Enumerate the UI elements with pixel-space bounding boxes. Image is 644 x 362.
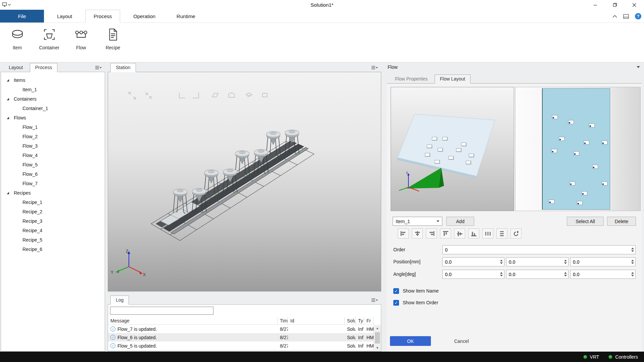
flow-3d-preview[interactable]: Z — [391, 87, 514, 211]
flow-item-marker[interactable] — [568, 120, 574, 124]
flow-item-marker[interactable] — [592, 165, 598, 169]
tree-item-recipes[interactable]: Recipes — [1, 188, 105, 198]
angle-y-input[interactable] — [506, 270, 568, 279]
tree-item-flow_3[interactable]: Flow_3 — [1, 141, 105, 151]
minimize-button[interactable] — [586, 0, 605, 10]
tab-file[interactable]: File — [0, 10, 44, 22]
flow-item-marker[interactable] — [589, 123, 595, 127]
flow-item-marker[interactable] — [466, 161, 471, 164]
container-button[interactable]: Container — [33, 23, 65, 62]
flow-item-marker[interactable] — [582, 191, 587, 195]
expander-icon[interactable] — [7, 192, 9, 194]
flow-item-marker[interactable] — [448, 156, 453, 159]
flow-item-marker[interactable] — [427, 145, 432, 148]
tab-process-tree[interactable]: Process — [30, 63, 58, 72]
flow-item-marker[interactable] — [435, 160, 440, 163]
flow-item-marker[interactable] — [584, 141, 589, 145]
log-column-header[interactable]: Solu — [345, 317, 356, 324]
spinner-icon[interactable] — [499, 270, 503, 278]
flow-item-marker[interactable] — [551, 149, 557, 153]
flow-button[interactable]: Flow — [65, 23, 97, 62]
tree-item-recipe_4[interactable]: Recipe_4 — [1, 226, 105, 235]
log-row[interactable]: iFlow_5 is updated.8/27SoluInfHM — [108, 342, 374, 350]
viewport-toolbar-icons[interactable] — [129, 92, 267, 99]
checkbox-show-item-order[interactable] — [393, 300, 399, 306]
tree-item-recipe_5[interactable]: Recipe_5 — [1, 235, 105, 245]
tree-item-containers[interactable]: Containers — [1, 94, 105, 104]
log-scrollbar[interactable]: ▲ ▼ — [374, 325, 381, 351]
tree-item-recipe_1[interactable]: Recipe_1 — [1, 198, 105, 207]
flow-item-marker[interactable] — [602, 182, 607, 186]
position-x-input[interactable] — [442, 257, 504, 266]
tree-item-flow_1[interactable]: Flow_1 — [1, 122, 105, 132]
flow-item-marker[interactable] — [425, 153, 430, 156]
close-button[interactable] — [625, 0, 644, 10]
flow-2d-preview[interactable] — [515, 87, 641, 211]
log-row[interactable]: iFlow_4 is updated.8/27SoluInfHM — [108, 350, 374, 351]
recipe-button[interactable]: Recipe — [97, 23, 129, 62]
scroll-down-icon[interactable]: ▼ — [374, 345, 381, 351]
flow-item-marker[interactable] — [442, 137, 447, 140]
tree-item-flow_6[interactable]: Flow_6 — [1, 169, 105, 179]
select-all-button[interactable]: Select All — [567, 217, 604, 226]
tool-rotate-90-button[interactable] — [510, 228, 522, 239]
tree-item-recipe_2[interactable]: Recipe_2 — [1, 207, 105, 216]
help-icon[interactable]: ? — [635, 13, 641, 19]
flow-item-marker[interactable] — [569, 182, 575, 186]
tree-item-recipe_3[interactable]: Recipe_3 — [1, 216, 105, 226]
position-z-input[interactable] — [570, 257, 636, 266]
tree-item-container_1[interactable]: Container_1 — [1, 104, 105, 113]
log-filter-input[interactable] — [110, 307, 213, 315]
flow-item-marker[interactable] — [602, 141, 607, 145]
tool-align-right-button[interactable] — [426, 228, 437, 239]
spinner-icon[interactable] — [630, 246, 635, 254]
log-column-header[interactable]: Tim — [278, 317, 288, 324]
tool-align-left-button[interactable] — [398, 228, 409, 239]
panel-layout-icon[interactable] — [623, 14, 629, 19]
tree-item-flow_4[interactable]: Flow_4 — [1, 151, 105, 160]
expander-icon[interactable] — [7, 117, 9, 119]
tab-log[interactable]: Log — [110, 296, 129, 305]
ok-button[interactable]: OK — [390, 336, 431, 346]
flow-item-marker[interactable] — [438, 148, 443, 151]
tree-item-recipe_6[interactable]: Recipe_6 — [1, 245, 105, 254]
tool-align-top-button[interactable] — [440, 228, 451, 239]
flow-item-marker[interactable] — [461, 143, 466, 146]
chevron-down-icon[interactable] — [637, 66, 640, 68]
tree-item-flow_2[interactable]: Flow_2 — [1, 132, 105, 141]
log-row[interactable]: iFlow_6 is updated.8/27SoluInfHM — [108, 333, 374, 342]
flow-item-marker[interactable] — [574, 151, 579, 155]
log-column-header[interactable]: Message — [108, 317, 278, 324]
item-button[interactable]: Item — [1, 23, 33, 62]
tool-align-middle-button[interactable] — [454, 228, 465, 239]
tab-operation[interactable]: Operation — [125, 10, 163, 22]
spinner-icon[interactable] — [630, 270, 635, 278]
flow-item-marker[interactable] — [549, 200, 554, 204]
spinner-icon[interactable] — [563, 270, 567, 278]
panel-menu-icon[interactable] — [371, 65, 378, 71]
position-y-field[interactable] — [506, 258, 563, 266]
tab-station[interactable]: Station — [110, 63, 136, 72]
tool-distribute-horizontal-button[interactable] — [482, 228, 493, 239]
delete-button[interactable]: Delete — [607, 217, 636, 226]
tool-align-bottom-button[interactable] — [468, 228, 479, 239]
angle-z-field[interactable] — [571, 270, 630, 278]
log-row[interactable]: iFlow_7 is updated.8/27SoluInfHM — [108, 325, 374, 333]
app-icon[interactable] — [2, 2, 11, 7]
flow-item-marker[interactable] — [552, 115, 558, 119]
tree-item-item_1[interactable]: Item_1 — [1, 85, 105, 94]
flow-item-marker[interactable] — [456, 148, 461, 152]
log-column-header[interactable]: Id — [288, 317, 345, 324]
angle-x-input[interactable] — [442, 270, 504, 279]
tab-flow-properties[interactable]: Flow Properties — [390, 74, 433, 84]
checkbox-show-item-name[interactable] — [393, 288, 399, 294]
flow-item-marker[interactable] — [432, 137, 437, 140]
expander-icon[interactable] — [7, 98, 9, 100]
order-input[interactable] — [442, 245, 636, 254]
spinner-icon[interactable] — [563, 258, 567, 266]
tree-item-flow_5[interactable]: Flow_5 — [1, 160, 105, 169]
log-column-header[interactable]: Fr — [364, 317, 374, 324]
collapse-ribbon-icon[interactable] — [612, 15, 617, 18]
tab-runtime[interactable]: Runtime — [168, 10, 203, 22]
flow-item-marker[interactable] — [469, 154, 474, 157]
